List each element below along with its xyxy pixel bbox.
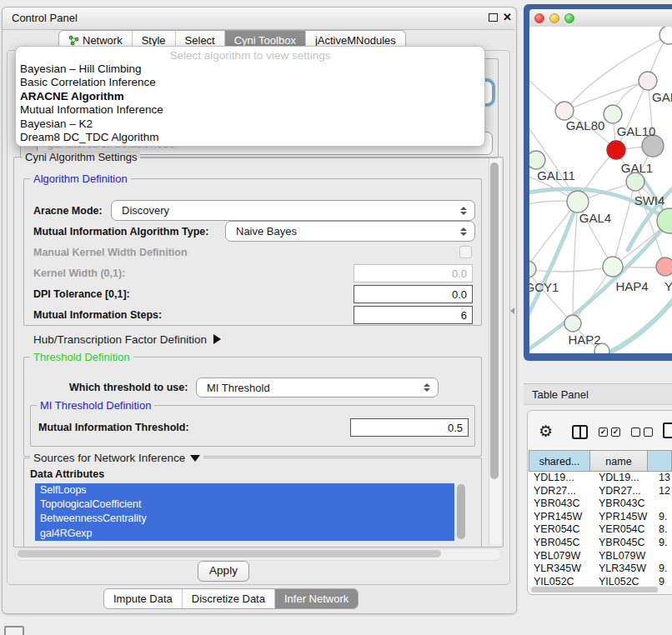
edge[interactable] xyxy=(573,202,578,323)
node-red-selected[interactable] xyxy=(607,141,625,159)
table-row[interactable]: YBR043CYBR043C xyxy=(529,498,672,511)
checked-checkbox-icon[interactable] xyxy=(611,428,620,437)
kernel-width-label: Kernel Width (0,1): xyxy=(33,264,125,282)
node[interactable] xyxy=(659,27,672,44)
edge[interactable] xyxy=(529,202,578,322)
kernel-width-field[interactable] xyxy=(354,264,473,282)
settings-hscrollbar-thumb[interactable] xyxy=(18,550,441,558)
data-attributes-list: SelfLoops TopologicalCoefficient Between… xyxy=(35,483,454,541)
node-gal4[interactable] xyxy=(567,191,589,212)
tab-impute-data[interactable]: Impute Data xyxy=(104,589,182,608)
aracne-mode-label: Aracne Mode: xyxy=(33,200,103,221)
window-zoom-button[interactable] xyxy=(564,13,574,23)
node-label-swi4: SWI4 xyxy=(634,193,665,208)
node[interactable] xyxy=(639,72,657,90)
table-panel-titlebar[interactable]: Table Panel xyxy=(524,383,672,405)
edge[interactable] xyxy=(564,81,648,111)
edge[interactable] xyxy=(600,298,672,353)
mi-steps-label: Mutual Information Steps: xyxy=(33,306,162,324)
window-close-button[interactable] xyxy=(534,13,544,23)
table-row[interactable]: YBR045CYBR045C9. xyxy=(529,537,672,550)
attribute-item-selected[interactable]: SelfLoops xyxy=(35,483,454,498)
expander-right-icon xyxy=(213,334,221,344)
node-gal1[interactable] xyxy=(626,172,644,191)
data-attributes-label: Data Attributes xyxy=(30,468,104,481)
dropdown-item[interactable]: Mutual Information Inference xyxy=(16,103,484,117)
table-row[interactable]: YBL079WYBL079W xyxy=(529,550,672,563)
checked-checkbox-icon[interactable] xyxy=(599,428,608,437)
gear-icon[interactable]: ⚙ xyxy=(539,422,553,441)
bottom-dock-icon[interactable] xyxy=(4,626,24,635)
dropdown-item[interactable]: Dream8 DC_TDC Algorithm xyxy=(16,131,484,144)
mi-threshold-label: Mutual Information Threshold: xyxy=(38,418,189,437)
node-salmon[interactable] xyxy=(656,258,672,276)
table-hscrollbar-thumb[interactable] xyxy=(531,587,658,592)
attributes-scrollbar-thumb[interactable] xyxy=(457,484,465,539)
column-header-shared-name[interactable]: shared... xyxy=(529,450,590,472)
tab-infer-network[interactable]: Infer Network xyxy=(274,589,358,608)
manual-kernel-label: Manual Kernel Width Definition xyxy=(33,243,188,262)
node-label-gal-cut: GAL xyxy=(652,90,672,104)
node-label-hap2: HAP2 xyxy=(568,332,600,347)
node-gcy1[interactable] xyxy=(529,261,536,278)
mi-steps-field[interactable] xyxy=(354,306,473,324)
node-label-gal11: GAL11 xyxy=(537,168,575,182)
node-label-gal80: GAL80 xyxy=(566,118,605,132)
attribute-item-selected[interactable]: gal4RGexp xyxy=(35,527,454,541)
node-gal10[interactable] xyxy=(604,105,622,123)
table-row[interactable]: YLR345WYLR345W9. xyxy=(529,562,672,576)
node-hap4[interactable] xyxy=(603,257,623,277)
column-header-name[interactable]: name xyxy=(589,450,648,472)
node-label-gal1: GAL1 xyxy=(621,161,653,175)
edge[interactable] xyxy=(529,267,613,272)
panel-title: Control Panel xyxy=(2,8,78,29)
dropdown-item[interactable]: Bayesian – K2 xyxy=(16,118,484,131)
node-gal80[interactable] xyxy=(555,102,574,120)
mi-threshold-title: MI Threshold Definition xyxy=(37,399,154,412)
table-body: YDL19...YDL19...13 YDR27...YDR27...12 YB… xyxy=(529,472,672,586)
window-minimize-button[interactable] xyxy=(549,13,559,23)
settings-scrollbar-thumb[interactable] xyxy=(490,162,499,479)
dropdown-item[interactable]: Bayesian – Hill Climbing xyxy=(16,62,484,76)
attribute-item-selected[interactable]: TopologicalCoefficient xyxy=(35,498,454,512)
node-label-y-cut: Y xyxy=(664,279,672,293)
which-threshold-label: Which threshold to use: xyxy=(69,378,188,398)
splitpane-collapse-icon[interactable] xyxy=(510,308,514,314)
dpi-tolerance-field[interactable] xyxy=(354,285,473,303)
table-row[interactable]: YDR27...YDR27...12 xyxy=(529,485,672,498)
node-hap2[interactable] xyxy=(564,315,581,332)
document-icon[interactable] xyxy=(663,422,672,438)
network-canvas[interactable]: GAL GAL80 GAL10 GAL1 GAL11 SWI4 GAL4 GCY… xyxy=(529,27,672,353)
manual-kernel-checkbox[interactable] xyxy=(459,246,472,258)
combo-spinner-icon xyxy=(460,207,467,215)
table-row[interactable]: YDL19...YDL19...13 xyxy=(529,472,672,485)
unchecked-checkbox-icon[interactable] xyxy=(631,428,640,437)
unchecked-checkbox-icon[interactable] xyxy=(644,428,653,437)
control-panel-titlebar[interactable] xyxy=(3,8,514,30)
which-threshold-combobox[interactable]: MI Threshold xyxy=(196,378,439,398)
apply-button[interactable]: Apply xyxy=(198,561,249,582)
node-gal11[interactable] xyxy=(529,151,545,169)
dropdown-item[interactable]: Basic Correlation Inference xyxy=(16,76,484,89)
aracne-mode-value: Discovery xyxy=(122,204,169,217)
close-icon[interactable]: ✕ xyxy=(503,12,512,23)
tab-discretize-data[interactable]: Discretize Data xyxy=(182,589,274,608)
split-columns-icon[interactable] xyxy=(572,425,588,439)
dropdown-item-selected[interactable]: ARACNE Algorithm xyxy=(16,90,484,103)
float-window-icon[interactable] xyxy=(489,13,498,22)
node-label-gal4: GAL4 xyxy=(579,211,611,225)
sources-group-title[interactable]: Sources for Network Inference xyxy=(30,452,203,464)
hub-definition-expander[interactable]: Hub/Transcription Factor Definition xyxy=(33,332,221,347)
attribute-item-selected[interactable]: BetweennessCentrality xyxy=(35,512,454,526)
combo-spinner-icon xyxy=(460,228,467,236)
mi-type-combobox[interactable]: Naive Bayes xyxy=(225,221,475,242)
table-row[interactable]: YER054CYER054C8. xyxy=(529,523,672,537)
aracne-mode-combobox[interactable]: Discovery xyxy=(111,200,475,221)
mi-threshold-field[interactable] xyxy=(350,418,469,437)
algorithm-dropdown-list: Select algorithm to view settings Bayesi… xyxy=(15,46,485,147)
table-row[interactable]: YPR145WYPR145W9. xyxy=(529,511,672,524)
table-row[interactable]: YIL052CYIL052C9 xyxy=(529,576,672,586)
column-header-cut[interactable] xyxy=(647,450,672,472)
mi-type-label: Mutual Information Algorithm Type: xyxy=(33,221,208,242)
node-label-gcy1: GCY1 xyxy=(529,280,559,294)
